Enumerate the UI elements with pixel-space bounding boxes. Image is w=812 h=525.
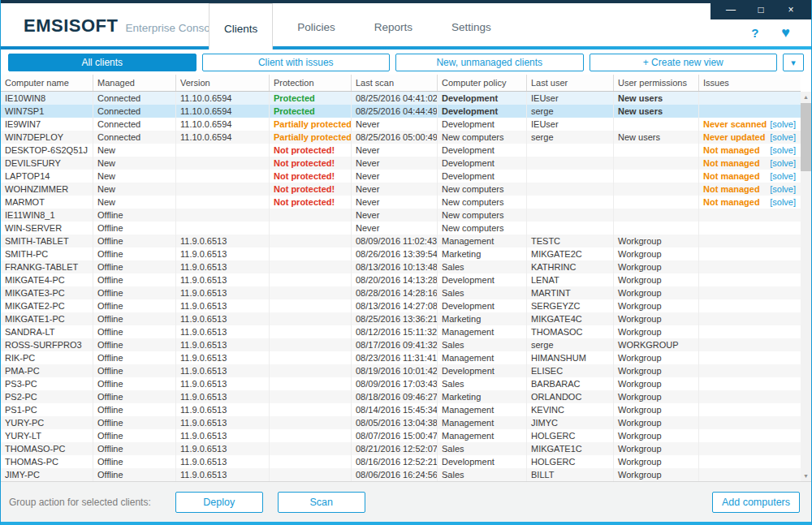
column-header-user-permissions[interactable]: User permissions	[614, 75, 699, 91]
view-button-new-unmanaged-clients[interactable]: New, unmanaged clients	[395, 54, 584, 71]
cell-last-scan: Never	[352, 170, 438, 183]
table-row[interactable]: WOHNZIMMERNewNot protected!NeverNew comp…	[1, 183, 801, 196]
column-header-computer-name[interactable]: Computer name	[1, 75, 93, 91]
table-row[interactable]: SANDRA-LTOffline11.9.0.651308/12/2016 15…	[1, 325, 801, 338]
table-row[interactable]: YURY-LTOffline11.9.0.651308/07/2016 15:0…	[1, 429, 801, 442]
view-button-all-clients[interactable]: All clients	[8, 54, 197, 71]
help-icon[interactable]: ?	[751, 26, 758, 40]
table-row[interactable]: WIN7DEPLOYConnected11.10.0.6594Partially…	[1, 131, 801, 144]
table-row[interactable]: MIKGATE3-PCOffline11.9.0.651308/28/2016 …	[1, 286, 801, 299]
cell-managed: Offline	[93, 235, 176, 247]
header-quick-icons: ? ♥	[751, 24, 790, 41]
table-row[interactable]: WIN-SERVEROfflineNeverNew computers	[1, 222, 801, 235]
solve-link[interactable]: [solve]	[770, 170, 796, 183]
heart-icon[interactable]: ♥	[781, 24, 790, 41]
cell-user: LENAT	[527, 273, 614, 286]
table-row[interactable]: WIN7SP1Connected11.10.0.6594Protected08/…	[1, 105, 801, 118]
table-row[interactable]: DEVILSFURYNewNot protected!NeverDevelopm…	[1, 157, 801, 170]
column-header-issues[interactable]: Issues	[699, 75, 801, 91]
cell-permissions: Workgroup	[614, 429, 699, 442]
cell-user: ORLANDOC	[527, 390, 614, 403]
cell-issues	[699, 222, 801, 235]
cell-policy: Marketing	[438, 312, 527, 325]
cell-version: 11.9.0.6513	[176, 442, 270, 455]
tab-settings[interactable]: Settings	[437, 8, 506, 46]
table-row[interactable]: RIK-PCOffline11.9.0.651308/23/2016 11:31…	[1, 351, 801, 364]
cell-policy: Development	[438, 118, 527, 131]
tab-clients[interactable]: Clients	[209, 3, 273, 49]
cell-version: 11.9.0.6513	[176, 416, 270, 429]
solve-link[interactable]: [solve]	[770, 118, 796, 131]
cell-issues	[699, 260, 801, 273]
cell-managed: Offline	[93, 312, 176, 325]
cell-version: 11.9.0.6513	[176, 273, 270, 286]
cell-issues	[699, 429, 801, 442]
cell-version	[176, 157, 270, 170]
scroll-down-icon[interactable]: ▼	[801, 471, 811, 481]
column-header-last-user[interactable]: Last user	[527, 75, 614, 91]
minimize-button[interactable]: —	[721, 0, 741, 19]
tab-policies[interactable]: Policies	[283, 8, 350, 46]
table-row[interactable]: SMITH-PCOffline11.9.0.651308/26/2016 13:…	[1, 247, 801, 260]
table-row[interactable]: MIKGATE4-PCOffline11.9.0.651308/20/2016 …	[1, 273, 801, 286]
cell-version: 11.10.0.6594	[176, 118, 270, 131]
cell-user: THOMASOC	[527, 325, 614, 338]
cell-issues	[699, 92, 801, 105]
column-header-managed[interactable]: Managed	[93, 75, 176, 91]
view-dropdown-button[interactable]: ▾	[783, 54, 804, 71]
table-row[interactable]: PS2-PCOffline11.9.0.651308/18/2016 09:46…	[1, 390, 801, 403]
table-row[interactable]: DESKTOP-6S2Q51JNewNot protected!NeverDev…	[1, 144, 801, 157]
deploy-button[interactable]: Deploy	[175, 492, 263, 513]
column-header-version[interactable]: Version	[176, 75, 270, 91]
cell-policy: Development	[438, 92, 527, 105]
scroll-up-icon[interactable]: ▲	[801, 92, 811, 102]
close-button[interactable]: ×	[781, 0, 801, 19]
scan-button[interactable]: Scan	[278, 492, 365, 513]
solve-link[interactable]: [solve]	[770, 131, 796, 144]
table-row[interactable]: FRANKG-TABLETOffline11.9.0.651308/13/201…	[1, 260, 801, 273]
table-body: IE10WIN8Connected11.10.0.6594Protected08…	[1, 92, 801, 481]
view-button-client-with-issues[interactable]: Client with issues	[202, 54, 391, 71]
column-header-computer-policy[interactable]: Computer policy	[438, 75, 527, 91]
solve-link[interactable]: [solve]	[770, 196, 796, 209]
cell-policy: New computers	[438, 131, 527, 144]
cell-policy: Sales	[438, 442, 527, 455]
cell-issues	[699, 312, 801, 325]
solve-link[interactable]: [solve]	[770, 183, 796, 196]
scroll-thumb[interactable]	[801, 103, 811, 171]
cell-version: 11.9.0.6513	[176, 455, 270, 468]
solve-link[interactable]: [solve]	[770, 144, 796, 157]
table-row[interactable]: IE9WIN7Connected11.10.0.6594Partially pr…	[1, 118, 801, 131]
cell-name: PMA-PC	[1, 364, 93, 377]
cell-protection	[270, 286, 352, 299]
cell-protection	[270, 455, 352, 468]
maximize-button[interactable]: □	[751, 0, 771, 19]
table-row[interactable]: THOMAS-PCOffline11.9.0.651308/16/2016 12…	[1, 455, 801, 468]
table-row[interactable]: JIMY-PCOffline11.9.0.651308/06/2016 16:2…	[1, 468, 801, 481]
column-header-protection[interactable]: Protection	[270, 75, 352, 91]
scroll-track[interactable]	[801, 102, 811, 471]
table-row[interactable]: ROSS-SURFPRO3Offline11.9.0.651308/17/201…	[1, 338, 801, 351]
table-row[interactable]: PS3-PCOffline11.9.0.651308/09/2016 17:03…	[1, 377, 801, 390]
table-row[interactable]: IE11WIN8_1OfflineNeverNew computers	[1, 209, 801, 222]
table-row[interactable]: PS1-PCOffline11.9.0.651308/14/2016 15:45…	[1, 403, 801, 416]
solve-link[interactable]: [solve]	[770, 157, 796, 170]
table-row[interactable]: YURY-PCOffline11.9.0.651308/05/2016 13:0…	[1, 416, 801, 429]
table-row[interactable]: SMITH-TABLETOffline11.9.0.651308/09/2016…	[1, 235, 801, 247]
table-row[interactable]: LAPTOP14NewNot protected!NeverDevelopmen…	[1, 170, 801, 183]
view-button-create-new-view[interactable]: + Create new view	[590, 54, 778, 71]
table-row[interactable]: PMA-PCOffline11.9.0.651308/19/2016 10:01…	[1, 364, 801, 377]
table-row[interactable]: MIKGATE2-PCOffline11.9.0.651308/13/2016 …	[1, 299, 801, 312]
table-row[interactable]: MARMOTNewNot protected!NeverNew computer…	[1, 196, 801, 209]
column-header-last-scan[interactable]: Last scan	[352, 75, 438, 91]
tab-reports[interactable]: Reports	[360, 8, 427, 46]
add-computers-button[interactable]: Add computers	[712, 492, 800, 513]
cell-issues	[699, 364, 801, 377]
table-row[interactable]: THOMASO-PCOffline11.9.0.651308/21/2016 1…	[1, 442, 801, 455]
cell-protection: Not protected!	[270, 144, 352, 157]
vertical-scrollbar[interactable]: ▲ ▼	[801, 92, 811, 481]
cell-policy: Marketing	[438, 390, 527, 403]
table-row[interactable]: MIKGATE1-PCOffline11.9.0.651308/25/2016 …	[1, 312, 801, 325]
cell-policy: Management	[438, 429, 527, 442]
table-row[interactable]: IE10WIN8Connected11.10.0.6594Protected08…	[1, 92, 801, 105]
